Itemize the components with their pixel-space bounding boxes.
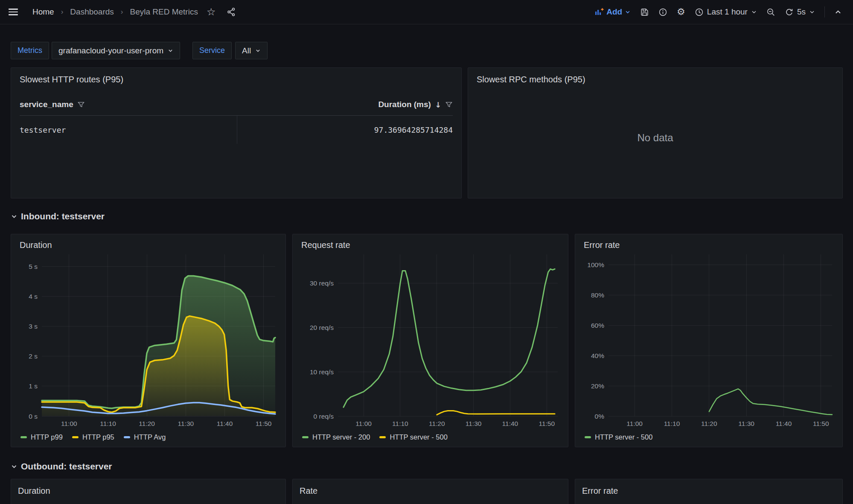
- panel-title[interactable]: Rate: [300, 486, 561, 496]
- dashboard-settings-button[interactable]: ⚙: [674, 6, 688, 18]
- panel-title[interactable]: Error rate: [582, 486, 836, 496]
- x-axis-tick-label: 11:10: [392, 420, 408, 427]
- x-axis-tick-label: 11:00: [626, 420, 643, 427]
- x-axis-tick-label: 11:40: [776, 420, 792, 427]
- y-axis-tick-label: 0 req/s: [314, 413, 334, 420]
- y-axis-tick-label: 100%: [587, 261, 604, 268]
- x-axis-tick-label: 11:30: [738, 420, 754, 427]
- y-axis-tick-label: 60%: [591, 322, 604, 329]
- share-icon: [227, 7, 236, 17]
- cell-duration-ms: 97.36964285714284: [237, 125, 453, 134]
- x-axis-tick-label: 11:10: [664, 420, 680, 427]
- legend-label: HTTP server - 200: [312, 433, 370, 441]
- favorite-star-button[interactable]: ☆: [204, 5, 218, 19]
- dashboard-insights-button[interactable]: [656, 6, 670, 18]
- add-chart-icon: [594, 7, 604, 17]
- legend-item[interactable]: HTTP server - 500: [379, 433, 447, 441]
- star-icon: ☆: [207, 7, 216, 17]
- legend-swatch: [379, 436, 386, 438]
- dashboard-variables-bar: Metrics grafanacloud-your-user-prom Serv…: [11, 42, 842, 59]
- panel-title[interactable]: Duration: [18, 486, 279, 496]
- collapse-toolbar-button[interactable]: [832, 6, 844, 17]
- x-axis-tick-label: 11:50: [813, 420, 829, 427]
- error-rate-plot-area[interactable]: 0%20%40%60%80%100%11:0011:1011:2011:3011…: [581, 250, 836, 431]
- refresh-icon: [785, 8, 794, 17]
- column-header-service-name[interactable]: service_name: [20, 100, 237, 109]
- panel-title[interactable]: Slowest HTTP routes (P95): [20, 75, 453, 84]
- panel-title[interactable]: Request rate: [301, 240, 562, 250]
- legend-label: HTTP server - 500: [595, 433, 652, 441]
- refresh-button[interactable]: 5s: [782, 6, 818, 18]
- panel-title[interactable]: Slowest RPC methods (P95): [477, 75, 834, 84]
- column-header-duration[interactable]: Duration (ms) ↓: [237, 100, 453, 109]
- y-axis-tick-label: 5 s: [29, 263, 38, 270]
- refresh-interval-label: 5s: [797, 7, 806, 17]
- filter-icon[interactable]: [445, 101, 453, 108]
- menu-icon[interactable]: [9, 6, 21, 18]
- time-range-picker[interactable]: Last 1 hour: [692, 6, 760, 18]
- add-panel-button[interactable]: Add: [592, 6, 633, 18]
- y-axis-tick-label: 0 s: [29, 413, 38, 420]
- breadcrumb-separator: ›: [120, 8, 124, 16]
- legend-item[interactable]: HTTP p99: [20, 433, 63, 441]
- chevron-up-icon: [834, 8, 842, 16]
- x-axis-tick-label: 11:40: [502, 420, 518, 427]
- y-axis-tick-label: 3 s: [29, 323, 38, 330]
- x-axis-tick-label: 11:50: [539, 420, 555, 427]
- timeseries-canvas[interactable]: 0 req/s10 req/s20 req/s30 req/s11:0011:1…: [299, 250, 562, 429]
- top-navbar: Home › Dashboards › Beyla RED Metrics ☆ …: [0, 0, 853, 24]
- legend-item[interactable]: HTTP server - 200: [302, 433, 370, 441]
- request-rate-plot-area[interactable]: 0 req/s10 req/s20 req/s30 req/s11:0011:1…: [299, 250, 562, 431]
- time-range-label: Last 1 hour: [707, 7, 748, 17]
- legend-swatch: [20, 436, 27, 438]
- series-line: [344, 269, 555, 407]
- x-axis-tick-label: 11:00: [355, 420, 372, 427]
- legend-swatch: [124, 436, 130, 438]
- timeseries-canvas[interactable]: 0 s1 s2 s3 s4 s5 s11:0011:1011:2011:3011…: [17, 250, 279, 429]
- sort-desc-icon[interactable]: ↓: [435, 100, 441, 109]
- panel-title[interactable]: Duration: [20, 240, 279, 250]
- timeseries-canvas[interactable]: 0%20%40%60%80%100%11:0011:1011:2011:3011…: [581, 250, 836, 429]
- panel-title[interactable]: Error rate: [584, 240, 836, 250]
- chevron-down-icon: [11, 463, 17, 470]
- breadcrumb-current: Beyla RED Metrics: [130, 7, 198, 17]
- filter-icon[interactable]: [77, 101, 85, 108]
- share-button[interactable]: [224, 6, 239, 18]
- chevron-down-icon: [11, 213, 17, 220]
- legend-swatch: [72, 436, 79, 438]
- inbound-section-header[interactable]: Inbound: testserver: [11, 210, 842, 223]
- outbound-panels-row: Duration Rate Error rate: [11, 479, 842, 504]
- chevron-down-icon: [809, 9, 815, 15]
- legend-label: HTTP p95: [82, 433, 114, 441]
- legend-label: HTTP p99: [31, 433, 63, 441]
- legend-item[interactable]: HTTP p95: [72, 433, 114, 441]
- duration-plot-area[interactable]: 0 s1 s2 s3 s4 s5 s11:0011:1011:2011:3011…: [17, 250, 279, 431]
- breadcrumb-home[interactable]: Home: [32, 7, 54, 17]
- service-value: All: [242, 46, 251, 55]
- service-select[interactable]: All: [235, 42, 268, 59]
- zoom-out-time-button[interactable]: [764, 6, 778, 18]
- cell-service-name: testserver: [20, 116, 237, 144]
- y-axis-tick-label: 2 s: [29, 353, 38, 360]
- breadcrumb-dashboards[interactable]: Dashboards: [70, 7, 114, 17]
- save-icon: [640, 8, 649, 17]
- legend-swatch: [585, 436, 591, 438]
- legend-item[interactable]: HTTP server - 500: [585, 433, 652, 441]
- service-chip[interactable]: Service: [192, 42, 232, 59]
- request-rate-chart-panel: Request rate 0 req/s10 req/s20 req/s30 r…: [292, 234, 568, 447]
- chevron-down-icon: [751, 9, 757, 15]
- outbound-section-header[interactable]: Outbound: testserver: [11, 460, 842, 473]
- series-line: [437, 411, 555, 415]
- add-label: Add: [606, 7, 622, 17]
- duration-chart-panel: Duration 0 s1 s2 s3 s4 s5 s11:0011:1011:…: [11, 234, 286, 447]
- x-axis-tick-label: 11:30: [466, 420, 482, 427]
- legend-label: HTTP Avg: [134, 433, 166, 441]
- legend-item[interactable]: HTTP Avg: [124, 433, 166, 441]
- x-axis-tick-label: 11:40: [217, 420, 233, 427]
- save-dashboard-button[interactable]: [638, 6, 652, 18]
- metrics-chip[interactable]: Metrics: [11, 42, 49, 59]
- clock-icon: [695, 8, 704, 17]
- table-row: testserver 97.36964285714284: [20, 116, 453, 144]
- datasource-select[interactable]: grafanacloud-your-user-prom: [52, 42, 180, 59]
- datasource-value: grafanacloud-your-user-prom: [58, 46, 163, 55]
